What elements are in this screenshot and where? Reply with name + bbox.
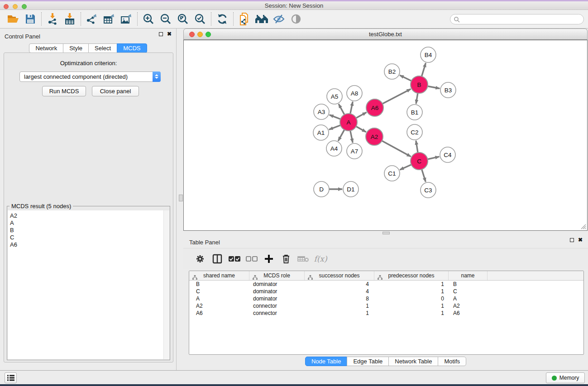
zoom-window-button[interactable] [22,4,27,9]
table-tab-network-table[interactable]: Network Table [388,357,438,366]
table-row[interactable]: Bdominator41B [189,281,583,288]
close-panel-icon[interactable]: ✖ [167,32,172,36]
run-mcds-button[interactable]: Run MCDS [42,86,86,96]
table-cell[interactable]: connector [249,310,305,317]
mcds-result-list[interactable]: A2ABCA6 [8,210,169,359]
table-cell[interactable]: dominator [249,295,305,302]
node-A3[interactable]: A3 [314,104,329,119]
node-C1[interactable]: C1 [384,166,400,181]
import-table-icon[interactable] [61,11,78,27]
tab-mcds[interactable]: MCDS [117,43,147,53]
hide-selected-icon[interactable] [270,11,287,27]
node-D[interactable]: D [314,181,329,197]
memory-button[interactable]: Memory [546,372,585,383]
table-row[interactable]: A2connector11A2 [189,302,583,310]
minimize-window-button[interactable] [13,4,18,9]
first-neighbors-icon[interactable] [253,11,270,27]
delete-table-icon[interactable] [295,251,312,267]
table-tab-node-table[interactable]: Node Table [305,357,348,366]
tab-select[interactable]: Select [88,43,117,53]
table-cell[interactable]: dominator [249,281,305,288]
tab-style[interactable]: Style [63,43,89,53]
float-table-panel-icon[interactable] [570,238,574,242]
node-B[interactable]: B [411,76,428,93]
apply-layout-icon[interactable] [214,11,231,27]
export-network-icon[interactable] [83,11,100,27]
node-C[interactable]: C [411,152,428,170]
table-cell[interactable]: A [189,295,249,302]
node-A7[interactable]: A7 [347,143,362,159]
network-window-titlebar[interactable]: testGlobe.txt [183,29,588,40]
save-session-icon[interactable] [22,11,39,27]
table-cell[interactable]: 1 [374,310,449,317]
mcds-result-item[interactable]: B [10,227,169,234]
network-canvas[interactable]: AA1A2A3A4A5A6A7A8BB1B2B3B4CC1C2C3C4DD1 [183,40,588,231]
close-panel-button[interactable]: Close panel [92,86,139,96]
table-cell[interactable]: A6 [189,310,249,317]
search-input[interactable] [460,15,583,24]
node-A[interactable]: A [340,114,357,131]
table-cell[interactable]: 1 [305,310,374,317]
column-header-MCDS-role[interactable]: MCDS role [249,271,305,280]
mcds-result-item[interactable]: A6 [10,241,169,248]
table-cell[interactable]: connector [249,302,305,310]
table-cell[interactable]: A6 [449,310,488,317]
node-C3[interactable]: C3 [421,182,436,198]
table-cell[interactable]: C [189,288,249,295]
node-A1[interactable]: A1 [313,125,329,140]
table-cell[interactable]: dominator [249,288,305,295]
table-cell[interactable]: A2 [189,302,249,310]
table-cell[interactable]: 4 [305,288,374,295]
column-header-predecessor-nodes[interactable]: predecessor nodes [374,271,449,280]
mcds-result-item[interactable]: A [10,219,169,227]
table-cell[interactable]: 1 [374,281,449,288]
node-A4[interactable]: A4 [326,141,342,156]
node-A6[interactable]: A6 [366,99,383,116]
close-network-button[interactable] [189,32,195,37]
tab-network[interactable]: Network [29,43,63,53]
zoom-in-icon[interactable] [140,11,157,27]
optimization-criterion-select[interactable]: largest connected component (directed) [19,71,161,82]
table-cell[interactable]: 1 [374,288,449,295]
table-cell[interactable]: 1 [374,302,449,310]
export-table-icon[interactable] [100,11,118,27]
node-D1[interactable]: D1 [343,181,359,197]
table-row[interactable]: A6connector11A6 [189,310,583,317]
zoom-fit-icon[interactable] [174,11,191,27]
node-C4[interactable]: C4 [440,147,455,162]
column-header-shared-name[interactable]: shared name [189,271,249,280]
node-B4[interactable]: B4 [421,47,436,62]
table-cell[interactable]: C [449,288,488,295]
show-all-icon[interactable] [287,11,305,27]
table-row[interactable]: Adominator80A [189,295,583,302]
delete-column-icon[interactable] [277,251,295,267]
function-builder-icon[interactable]: f(x) [312,251,329,267]
table-options-icon[interactable] [191,251,209,267]
new-network-from-selection-icon[interactable] [236,11,253,27]
export-image-icon[interactable] [118,11,135,27]
zoom-network-button[interactable] [206,32,211,37]
table-cell[interactable]: A2 [449,302,488,310]
network-graph[interactable]: AA1A2A3A4A5A6A7A8BB1B2B3B4CC1C2C3C4DD1 [184,40,587,230]
zoom-out-icon[interactable] [157,11,174,27]
table-cell[interactable]: B [189,281,249,288]
table-cell[interactable]: A [449,295,488,302]
mcds-result-item[interactable]: A2 [10,212,169,219]
search-field[interactable] [450,14,584,24]
deselect-all-icon[interactable] [243,251,260,267]
table-cell[interactable]: 1 [305,302,374,310]
zoom-selected-icon[interactable] [191,11,209,27]
create-column-icon[interactable] [260,251,277,267]
node-B3[interactable]: B3 [440,82,456,98]
minimize-network-button[interactable] [197,32,203,37]
table-row[interactable]: Cdominator41C [189,288,583,295]
import-network-icon[interactable] [44,11,61,27]
column-header-name[interactable]: name [449,271,488,280]
mcds-result-item[interactable]: C [10,234,169,241]
node-B2[interactable]: B2 [384,64,400,79]
task-history-button[interactable] [5,372,17,383]
table-cell[interactable]: 0 [374,295,449,302]
mcds-list-scrollbar[interactable] [163,210,169,359]
vertical-splitter-grip[interactable] [179,195,183,201]
column-header-successor-nodes[interactable]: successor nodes [305,271,374,280]
